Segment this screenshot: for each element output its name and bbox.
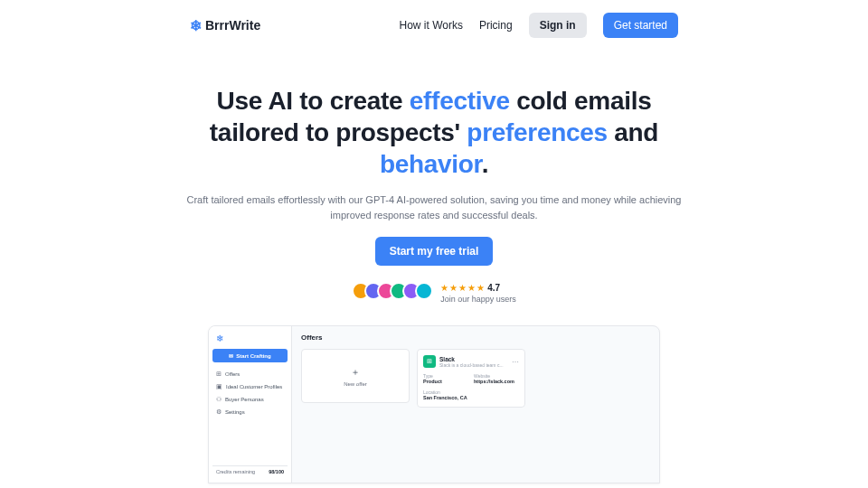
getstarted-button[interactable]: Get started [603, 13, 678, 38]
nav-pricing[interactable]: Pricing [479, 19, 513, 32]
signin-button[interactable]: Sign in [529, 13, 587, 38]
logo[interactable]: ❄ BrrrWrite [190, 17, 260, 34]
main-title: Offers [301, 333, 650, 342]
gear-icon: ⚙ [216, 408, 222, 416]
offer-card-slack[interactable]: ⊞ Slack Slack is a cloud-based team c...… [417, 349, 525, 408]
snowflake-icon: ❄ [212, 332, 288, 345]
rating-score: 4.7 [487, 283, 500, 293]
user-avatars [352, 282, 433, 300]
plus-icon: ＋ [351, 366, 360, 379]
nav-how-it-works[interactable]: How it Works [399, 19, 462, 32]
avatar [415, 282, 433, 300]
brand-name: BrrrWrite [205, 18, 260, 33]
start-crafting-button[interactable]: ✉ Start Crafting [212, 349, 288, 362]
offer-name: Slack [439, 356, 504, 362]
users-icon: ⚇ [216, 396, 222, 403]
credits-remaining: Credits remaining 98/100 [212, 465, 288, 477]
sidebar-item-icp[interactable]: ▣Ideal Customer Profiles [212, 380, 288, 393]
offer-description: Slack is a cloud-based team c... [439, 362, 504, 368]
type-value: Product [423, 379, 468, 385]
join-text: Join our happy users [440, 295, 516, 304]
hero-subtitle: Craft tailored emails effortlessly with … [172, 192, 696, 222]
gift-icon: ⊞ [423, 355, 436, 368]
sidebar-item-offers[interactable]: ⊞Offers [212, 368, 288, 380]
dashboard-preview: ❄ ✉ Start Crafting ⊞Offers ▣Ideal Custom… [208, 325, 660, 483]
gift-icon: ⊞ [216, 371, 222, 378]
sidebar-item-settings[interactable]: ⚙Settings [212, 406, 288, 418]
more-icon[interactable]: ⋯ [512, 358, 519, 366]
start-trial-button[interactable]: Start my free trial [375, 237, 494, 266]
website-value: https://slack.com [474, 379, 519, 385]
new-offer-card[interactable]: ＋ New offer [301, 349, 410, 403]
sidebar: ❄ ✉ Start Crafting ⊞Offers ▣Ideal Custom… [209, 326, 292, 483]
social-proof: ★★★★★4.7 Join our happy users [172, 278, 696, 304]
sidebar-item-personas[interactable]: ⚇Buyer Personas [212, 393, 288, 406]
location-value: San Francisco, CA [423, 395, 519, 401]
profile-icon: ▣ [216, 383, 222, 390]
stars-icon: ★★★★★ [440, 283, 486, 293]
snowflake-icon: ❄ [190, 17, 202, 34]
hero-heading: Use AI to create effective cold emails t… [172, 85, 696, 180]
mail-icon: ✉ [229, 352, 233, 359]
